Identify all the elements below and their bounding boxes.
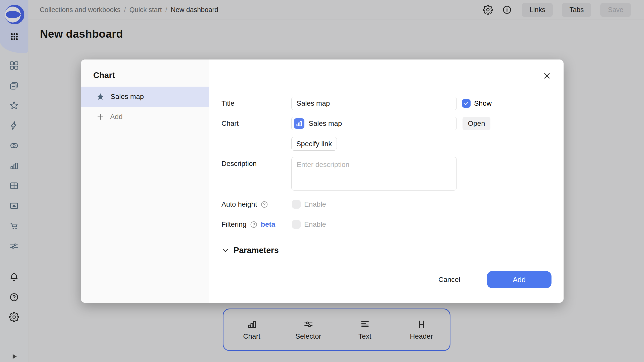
dialog-add-item-button[interactable]: Add	[81, 107, 209, 127]
breadcrumb-separator: /	[124, 6, 126, 14]
plus-icon	[96, 113, 105, 121]
title-label: Title	[221, 97, 235, 110]
chart-label: Chart	[221, 117, 239, 130]
toolbar-item-text[interactable]: Text	[337, 319, 393, 340]
cancel-button[interactable]: Cancel	[429, 271, 470, 288]
sidebar-top-panel	[0, 0, 28, 53]
page-title: New dashboard	[40, 28, 123, 40]
filtering-enable-label: Enable	[304, 218, 326, 231]
widget-toolbar: Chart Selector Text Header	[223, 309, 450, 351]
auto-height-enable-label: Enable	[304, 198, 326, 211]
connections-icon[interactable]	[6, 138, 22, 154]
show-label[interactable]: Show	[474, 97, 492, 110]
header-h-icon	[416, 319, 427, 330]
help-question-icon[interactable]	[6, 289, 22, 305]
dashboards-icon[interactable]	[6, 178, 22, 194]
chart-dialog: Chart Sales map Add Title Show	[81, 59, 564, 303]
close-icon[interactable]	[542, 71, 552, 81]
parameters-label: Parameters	[234, 246, 279, 255]
breadcrumb-quick-start[interactable]: Quick start	[129, 6, 162, 14]
parameters-section-toggle[interactable]: Parameters	[221, 244, 279, 257]
auto-height-checkbox[interactable]	[292, 200, 301, 209]
chart-select-field[interactable]: Sales map	[291, 117, 457, 130]
widgets-grid-icon[interactable]	[6, 57, 22, 74]
dialog-panel-title: Chart	[93, 70, 115, 81]
dialog-left-panel: Chart Sales map Add	[81, 59, 209, 303]
marketplace-cart-icon[interactable]	[6, 218, 22, 234]
filtering-text: Filtering	[221, 218, 247, 231]
dialog-item-label: Sales map	[111, 93, 144, 101]
check-icon	[463, 100, 469, 106]
chart-bars-icon	[247, 319, 257, 330]
toolbar-item-chart[interactable]: Chart	[223, 319, 280, 340]
chevron-down-icon	[221, 247, 229, 254]
chart-bars-icon	[294, 118, 304, 129]
tabs-button[interactable]: Tabs	[562, 3, 591, 17]
lightning-icon[interactable]	[6, 117, 22, 134]
toolbar-item-label: Chart	[243, 332, 260, 340]
description-textarea[interactable]	[291, 157, 457, 191]
datalens-logo-icon[interactable]	[5, 5, 24, 24]
info-icon[interactable]	[501, 4, 513, 16]
auto-height-text: Auto height	[221, 198, 257, 211]
services-sliders-icon[interactable]	[6, 238, 22, 254]
toolbar-item-label: Selector	[295, 332, 321, 340]
links-button[interactable]: Links	[522, 3, 553, 17]
dialog-add-label: Add	[110, 113, 123, 121]
specify-link-button[interactable]: Specify link	[291, 137, 337, 151]
settings-gear-icon[interactable]	[6, 309, 22, 325]
favorites-star-icon[interactable]	[6, 97, 22, 113]
filtering-label: Filtering beta	[221, 218, 275, 231]
description-label: Description	[221, 157, 257, 170]
breadcrumb: Collections and workbooks / Quick start …	[40, 6, 218, 14]
toolbar-item-label: Header	[410, 332, 433, 340]
filtering-checkbox[interactable]	[292, 220, 301, 229]
dialog-form-panel: Title Show Chart Sales map Open Specify …	[209, 59, 564, 303]
selector-sliders-icon	[303, 319, 314, 330]
folder-icon[interactable]	[6, 198, 22, 214]
beta-badge: beta	[261, 218, 275, 231]
add-button[interactable]: Add	[487, 271, 551, 288]
toolbar-item-label: Text	[358, 332, 371, 340]
title-input[interactable]	[291, 97, 457, 110]
breadcrumb-collections[interactable]: Collections and workbooks	[40, 6, 120, 14]
charts-icon[interactable]	[6, 158, 22, 174]
notifications-bell-icon[interactable]	[6, 269, 22, 285]
show-checkbox[interactable]	[462, 99, 471, 108]
auto-height-label: Auto height	[221, 198, 268, 211]
breadcrumb-separator: /	[165, 6, 167, 14]
breadcrumb-current: New dashboard	[171, 6, 218, 14]
star-filled-icon	[96, 92, 105, 101]
gear-icon[interactable]	[482, 4, 494, 16]
text-lines-icon	[360, 319, 370, 330]
top-header: Collections and workbooks / Quick start …	[28, 0, 644, 20]
toolbar-item-selector[interactable]: Selector	[280, 319, 337, 340]
header-actions: Links Tabs Save	[482, 3, 631, 17]
sidebar-expand-strip[interactable]	[0, 351, 28, 362]
save-button[interactable]: Save	[600, 3, 631, 17]
collections-icon[interactable]	[6, 78, 22, 94]
sidebar	[0, 0, 28, 362]
apps-grid-icon[interactable]	[7, 30, 21, 44]
question-circle-icon[interactable]	[250, 221, 258, 228]
open-button[interactable]: Open	[463, 117, 490, 130]
dialog-item-sales-map[interactable]: Sales map	[81, 87, 209, 107]
expand-play-icon[interactable]	[11, 353, 18, 360]
toolbar-item-header[interactable]: Header	[393, 319, 450, 340]
question-circle-icon[interactable]	[260, 201, 268, 208]
chart-select-value: Sales map	[309, 119, 342, 128]
